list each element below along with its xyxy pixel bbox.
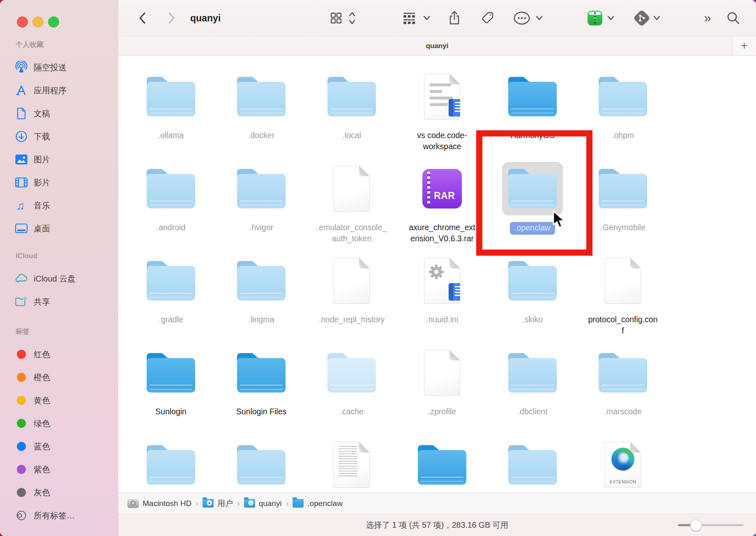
breadcrumb-separator: › — [286, 499, 289, 508]
chevron-down-icon[interactable] — [534, 0, 544, 36]
archive-app-icon[interactable] — [587, 0, 603, 36]
file-item-.cache[interactable]: .cache — [307, 346, 397, 438]
sidebar-item-共享[interactable]: 共享 — [0, 290, 118, 313]
file-icon-wrap — [321, 162, 382, 215]
file-item-.emulator_console_auth_token[interactable]: .emulator_console_auth_token — [307, 162, 397, 254]
sidebar-item-iCloud 云盘[interactable]: iCloud 云盘 — [0, 267, 118, 290]
back-button[interactable] — [135, 0, 150, 36]
breadcrumb-.openclaw[interactable]: .openclaw — [293, 499, 343, 508]
file-item-.nuuid.ini[interactable]: .nuuid.ini — [397, 254, 487, 346]
chevron-down-icon[interactable] — [422, 0, 431, 36]
file-label: .hvigor — [249, 222, 274, 233]
folder-icon — [237, 445, 286, 485]
sidebar-item-红色[interactable]: 红色 — [0, 343, 118, 366]
folder-icon — [508, 77, 557, 116]
file-item-vs code.code-workspace[interactable]: vs code.code-workspace — [397, 70, 487, 162]
hard-disk-icon — [127, 499, 139, 508]
file-item[interactable] — [126, 438, 216, 492]
sidebar-item-绿色[interactable]: 绿色 — [0, 412, 118, 435]
folder-icon — [508, 353, 557, 393]
file-label: Sunlogin — [155, 406, 187, 417]
file-item-.hvigor[interactable]: .hvigor — [216, 162, 307, 254]
sidebar-item-橙色[interactable]: 橙色 — [0, 366, 118, 389]
users-folder-icon: ● — [203, 499, 214, 508]
sidebar-item-隔空投送[interactable]: 隔空投送 — [0, 56, 118, 79]
folder-icon — [147, 445, 195, 485]
file-item-protocol_config.conf[interactable]: protocol_config.conf — [578, 254, 668, 346]
new-tab-button[interactable]: + — [732, 37, 756, 55]
sidebar-item-桌面[interactable]: 桌面 — [0, 217, 118, 240]
file-item-.lingma[interactable]: .lingma — [216, 254, 307, 346]
sidebar-item-文稿[interactable]: 文稿 — [0, 102, 118, 125]
file-item-.docker[interactable]: .docker — [216, 70, 307, 162]
folder-icon — [508, 445, 557, 485]
file-item-Sunlogin Files[interactable]: Sunlogin Files — [216, 346, 307, 438]
file-item-.zprofile[interactable]: .zprofile — [397, 346, 487, 438]
group-by-icon[interactable] — [400, 0, 418, 36]
cloud-icon — [15, 272, 28, 285]
search-icon[interactable] — [724, 0, 743, 36]
file-item[interactable] — [216, 438, 307, 492]
folder-icon — [237, 261, 286, 300]
slider-thumb[interactable] — [690, 520, 702, 531]
document-badge-icon — [449, 283, 463, 300]
sidebar-item-所有标签…[interactable]: 所有标签… — [0, 504, 118, 527]
sidebar-item-应用程序[interactable]: 应用程序 — [0, 79, 118, 102]
icon-size-slider[interactable] — [678, 524, 744, 526]
folder-icon — [327, 77, 376, 116]
file-item-.dbclient[interactable]: .dbclient — [487, 346, 578, 438]
breadcrumb-用户[interactable]: ●用户 — [203, 498, 233, 509]
grid-view-icon[interactable] — [328, 0, 344, 36]
file-item[interactable] — [397, 438, 487, 492]
file-item[interactable]: EXTENSION — [578, 438, 668, 492]
file-label: .cache — [340, 406, 363, 417]
zoom-window-button[interactable] — [48, 16, 59, 28]
sidebar-item-图片[interactable]: 图片 — [0, 148, 118, 171]
tag-icon[interactable] — [478, 0, 496, 36]
git-app-icon[interactable] — [633, 0, 651, 36]
forward-button[interactable] — [164, 0, 179, 36]
file-item-axure_chrome_extension_V0.6.3.rar[interactable]: RARaxure_chrome_extension_V0.6.3.rar — [397, 162, 487, 254]
breadcrumb-quanyi[interactable]: ⌂quanyi — [244, 499, 282, 508]
file-item-.node_repl_history[interactable]: .node_repl_history — [307, 254, 397, 346]
sidebar-item-灰色[interactable]: 灰色 — [0, 481, 118, 504]
sidebar-item-音乐[interactable]: ♫音乐 — [0, 194, 118, 217]
close-window-button[interactable] — [17, 16, 28, 28]
tab-quanyi[interactable]: quanyi — [426, 42, 449, 50]
file-label: .android — [157, 222, 185, 233]
ellipsis-circle-icon[interactable] — [512, 0, 532, 36]
folder-icon — [599, 169, 647, 208]
sidebar-item-蓝色[interactable]: 蓝色 — [0, 435, 118, 458]
pictures-icon — [15, 153, 28, 166]
sidebar-item-黄色[interactable]: 黄色 — [0, 389, 118, 412]
blank-document-icon — [605, 258, 641, 304]
file-item[interactable] — [487, 438, 578, 492]
folder-icon — [599, 353, 647, 393]
mouse-cursor — [553, 210, 568, 230]
minimize-window-button[interactable] — [32, 16, 44, 28]
chevron-down-icon[interactable] — [652, 0, 662, 36]
more-toolbar-icon[interactable]: » — [698, 0, 717, 36]
view-chevrons-icon[interactable] — [347, 0, 357, 36]
file-item-.gradle[interactable]: .gradle — [126, 254, 216, 346]
file-item-Sunlogin[interactable]: Sunlogin — [126, 346, 216, 438]
settings-document-icon — [424, 258, 460, 304]
folder-icon — [237, 169, 286, 208]
sidebar-item-下载[interactable]: 下载 — [0, 125, 118, 148]
file-item[interactable] — [307, 438, 397, 492]
music-icon: ♫ — [15, 199, 28, 212]
finder-window: 个人收藏 隔空投送 应用程序 文稿 下载 图片 影片♫音乐 桌面iCloud i… — [0, 0, 756, 536]
file-item-.skiko[interactable]: .skiko — [487, 254, 578, 346]
file-item-.android[interactable]: .android — [126, 162, 216, 254]
file-item-.marscode[interactable]: .marscode — [578, 346, 668, 438]
sidebar-item-label: 文稿 — [34, 108, 50, 119]
sidebar-item-label: 音乐 — [34, 200, 50, 211]
sidebar-item-紫色[interactable]: 紫色 — [0, 458, 118, 481]
chevron-down-icon[interactable] — [606, 0, 615, 36]
file-item-.local[interactable]: .local — [307, 70, 397, 162]
sidebar-item-label: 隔空投送 — [34, 62, 67, 73]
share-icon[interactable] — [446, 0, 463, 36]
breadcrumb-Macintosh HD[interactable]: Macintosh HD — [127, 499, 191, 508]
sidebar-item-影片[interactable]: 影片 — [0, 171, 118, 194]
file-item-.ollama[interactable]: .ollama — [126, 70, 216, 162]
